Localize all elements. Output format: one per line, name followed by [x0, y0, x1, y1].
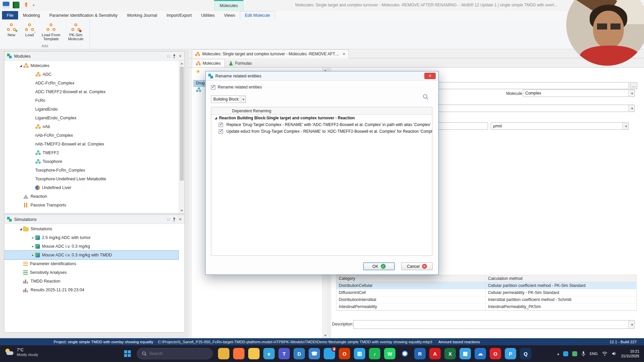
checkbox-icon[interactable]	[219, 129, 223, 134]
save-icon[interactable]	[3, 2, 9, 8]
wifi-icon[interactable]	[602, 351, 608, 356]
close-tab-icon[interactable]: ✕	[342, 52, 345, 56]
customize-toolbar-arrow-icon[interactable]: ▾	[33, 3, 35, 7]
taskbar-clock[interactable]: 10:21 21/11/2025	[621, 349, 639, 359]
pin-icon[interactable]	[173, 217, 176, 222]
tree-item[interactable]: Undefined Liver	[4, 183, 178, 192]
checkbox-icon[interactable]	[211, 85, 215, 89]
rename-related-entities-checkbox-row[interactable]: Rename related entities	[211, 85, 262, 89]
scroll-down-icon[interactable]	[323, 333, 328, 338]
taskbar-app-icon[interactable]: Q	[520, 348, 531, 359]
table-row[interactable]: DiffusionIntCell Cellular permeability -…	[336, 289, 636, 296]
tree-item[interactable]: Reaction	[4, 192, 178, 201]
context-tab-molecules[interactable]: Molecules	[214, 0, 244, 11]
tree-item[interactable]: ◢ Molecules	[4, 61, 178, 70]
tree-item[interactable]: TMDD Reaction	[4, 277, 178, 286]
document-subtab[interactable]: Formulas	[225, 59, 256, 67]
tree-item[interactable]: ▸ Mouse ADC i.v. 0.3 mg/kg	[4, 242, 178, 251]
search-icon[interactable]	[422, 94, 429, 101]
group-by-dropdown[interactable]: Building Block	[211, 96, 246, 103]
tray-app-icon[interactable]	[572, 351, 577, 356]
taskbar-app-icon[interactable]: T	[278, 348, 290, 359]
close-icon[interactable]: ✕	[179, 54, 182, 58]
tray-chevron-up-icon[interactable]: ▴	[557, 352, 559, 356]
expander-icon[interactable]: ◢	[18, 227, 23, 231]
renaming-row[interactable]: Update educt from 'Drug-Target Complex -…	[211, 128, 432, 135]
ribbon-button[interactable]: Load	[21, 21, 38, 42]
tree-item[interactable]: Sensitivity Analyses	[4, 268, 178, 277]
weather-widget[interactable]: 7°C Mostly cloudy	[5, 348, 38, 357]
description-dropdown[interactable]	[353, 320, 635, 329]
language-indicator[interactable]: ENG	[590, 352, 598, 356]
ribbon-button[interactable]: PK-Sim Molecule	[64, 21, 88, 42]
taskbar-app-icon[interactable]: O	[490, 348, 501, 359]
expander-icon[interactable]: ▸	[31, 253, 35, 257]
ellipsis-button[interactable]: …	[630, 82, 637, 89]
ribbon-tab[interactable]: Views	[219, 11, 240, 19]
tree-item[interactable]: nAb	[4, 122, 178, 131]
dialog-close-button[interactable]: ✕	[424, 73, 436, 79]
scroll-up-icon[interactable]	[179, 61, 184, 66]
tree-item[interactable]: Toxophore-Undefined Liver Metabolite	[4, 175, 178, 183]
ribbon-tab[interactable]: Working Journal	[122, 11, 162, 19]
tree-item[interactable]: ▸ 2.5 mg/kg ADC with tumor	[4, 233, 178, 242]
checkbox-icon[interactable]	[219, 123, 223, 127]
tray-app-icon[interactable]	[563, 351, 568, 356]
export-icon[interactable]: ⬆	[23, 2, 30, 8]
volume-icon[interactable]	[612, 351, 617, 356]
microphone-icon[interactable]	[581, 351, 586, 357]
modules-panel-header[interactable]: Modules □ ✕	[4, 52, 184, 61]
modules-scrollbar[interactable]	[179, 61, 184, 213]
taskbar-app-icon[interactable]: ♪	[369, 348, 380, 359]
ribbon-tab[interactable]: Edit Molecule	[240, 11, 275, 19]
selected-list-item[interactable]: Drug	[194, 80, 207, 86]
taskbar-app-icon[interactable]: ☁	[475, 348, 486, 359]
ribbon-button[interactable]: New	[3, 21, 20, 42]
table-row[interactable]: DistributionInterstitial Interstitial pa…	[336, 296, 636, 303]
tree-item[interactable]: Results 2025-11-21 09:23:04	[4, 286, 178, 294]
favorite-star-icon[interactable]: ★	[196, 68, 200, 74]
expander-icon[interactable]: ◢	[215, 116, 217, 120]
ribbon-tab[interactable]: Import/Export	[162, 11, 197, 19]
tree-item[interactable]: ▸ Mouse ADC i.v. 0.3 mg/kg with TMDD	[4, 251, 178, 259]
scroll-down-icon[interactable]	[179, 208, 184, 213]
tree-item[interactable]: nAb-FcRn_Complex	[4, 131, 178, 140]
expander-icon[interactable]: ◢	[18, 64, 23, 67]
scrollbar-thumb[interactable]	[180, 67, 184, 181]
taskbar-app-icon[interactable]: D	[293, 348, 305, 359]
taskbar-app-icon[interactable]: ▦	[460, 348, 471, 359]
start-button[interactable]	[124, 350, 131, 357]
ribbon-tab[interactable]: Modeling	[18, 11, 45, 19]
table-row[interactable]: IntestinalPermeability IntestinalPermeab…	[336, 303, 636, 310]
tree-item[interactable]: Parameter Identifications	[4, 259, 178, 268]
ribbon-tab[interactable]: File	[2, 11, 18, 19]
ribbon-tab[interactable]: Parameter Identification & Sensitivity	[45, 11, 122, 19]
tree-item[interactable]: ADC-TMEFF2-Boswell et al. Complex	[4, 87, 178, 96]
ribbon-button[interactable]: Load From Template	[39, 21, 63, 42]
cancel-button[interactable]: Cancel ✕	[401, 262, 433, 270]
expander-icon[interactable]: ▸	[31, 236, 35, 239]
tree-item[interactable]: LigandEndo	[4, 105, 178, 114]
list-group-row[interactable]: ◢ Reaction Building Block:Single target …	[211, 115, 432, 121]
taskbar-app-icon[interactable]: P	[505, 348, 516, 359]
taskbar-app-icon[interactable]: A	[429, 348, 441, 359]
tree-item[interactable]: Toxophore-FcRn_Complex	[4, 166, 178, 175]
tree-item[interactable]: TMEFF2	[4, 148, 178, 157]
taskbar-app-icon[interactable]: R	[414, 348, 426, 359]
pin-icon[interactable]	[173, 54, 176, 58]
tree-item[interactable]: ADC-FcRn_Complex	[4, 79, 178, 87]
document-tab[interactable]: Molecules: Single target and complex tur…	[192, 49, 349, 58]
tree-item[interactable]: Passive Transports	[4, 201, 178, 209]
maximize-icon[interactable]: □	[167, 217, 170, 221]
renaming-row[interactable]: Replace 'Drug-Target Complex - RENAME' w…	[211, 121, 432, 128]
tree-item[interactable]: Toxophore	[4, 157, 178, 166]
taskbar-app-icon[interactable]: X	[444, 348, 456, 359]
taskbar-app-icon[interactable]	[218, 348, 229, 359]
list-column-header[interactable]: Dependent Renaming	[211, 107, 432, 115]
journal-icon[interactable]	[13, 2, 19, 8]
dialog-titlebar[interactable]: Rename related entities ✕	[206, 71, 438, 81]
tree-item[interactable]: FcRn	[4, 96, 178, 105]
taskbar-app-icon[interactable]: ▥	[354, 348, 365, 359]
taskbar-app-icon[interactable]	[233, 348, 245, 359]
document-subtab[interactable]: Molecules	[192, 59, 225, 67]
